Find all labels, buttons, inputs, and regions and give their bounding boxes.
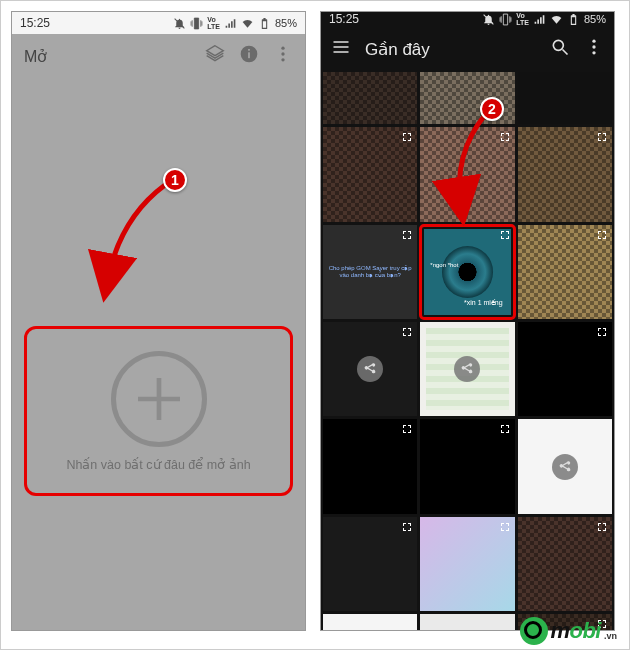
gallery-grid: Cho phép GOM Saver truy cập vào danh bạ … <box>321 72 614 631</box>
appbar: Gần đây <box>321 26 614 72</box>
share-icon <box>357 356 383 382</box>
search-icon[interactable] <box>550 37 570 61</box>
volte-label: VoLTE <box>207 16 220 30</box>
appbar-title: Gần đây <box>365 39 536 60</box>
battery-percent: 85% <box>275 17 297 29</box>
svg-point-4 <box>281 47 284 50</box>
share-icon <box>454 356 480 382</box>
expand-icon <box>499 521 511 533</box>
expand-icon <box>401 423 413 435</box>
battery-icon <box>567 13 580 26</box>
battery-percent: 85% <box>584 13 606 25</box>
vibrate-icon <box>499 13 512 26</box>
expand-icon <box>596 131 608 143</box>
svg-point-12 <box>592 51 595 54</box>
fish-bottom-caption: *xin 1 miếng <box>464 299 503 307</box>
fish-image <box>442 246 494 298</box>
svg-point-6 <box>281 58 284 61</box>
svg-line-9 <box>563 50 568 55</box>
vibrate-icon <box>190 17 203 30</box>
watermark-text-obi: obi <box>569 618 601 643</box>
gallery-thumb[interactable]: Trường Đại học Mở Hà Nội (Mẫu dành cho s… <box>420 614 514 631</box>
phone-left: 15:25 VoLTE 85% Mở <box>11 11 306 631</box>
status-bar: 15:25 VoLTE 85% <box>12 12 305 34</box>
gallery-thumb[interactable] <box>420 517 514 611</box>
overflow-menu-icon[interactable] <box>584 37 604 61</box>
gallery-thumb[interactable] <box>323 614 417 631</box>
gallery-thumb[interactable]: Cho phép GOM Saver truy cập vào danh bạ … <box>323 225 417 319</box>
gallery-thumb[interactable] <box>420 419 514 513</box>
gallery-thumb[interactable] <box>323 72 417 124</box>
callout-badge-2: 2 <box>480 97 504 121</box>
gallery-thumb-selected[interactable]: *ngon *hot *xin 1 miếng <box>420 225 514 319</box>
svg-point-5 <box>281 52 284 55</box>
expand-icon <box>596 229 608 241</box>
gallery-thumb[interactable] <box>518 72 612 124</box>
svg-rect-3 <box>248 49 250 51</box>
gallery-thumb[interactable] <box>323 419 417 513</box>
expand-icon <box>401 229 413 241</box>
signal-icon <box>533 13 546 26</box>
signal-icon <box>224 17 237 30</box>
overflow-menu-icon[interactable] <box>273 44 293 68</box>
gallery-thumb[interactable] <box>518 322 612 416</box>
svg-point-11 <box>592 45 595 48</box>
volte-label: VoLTE <box>516 12 529 26</box>
gallery-thumb[interactable] <box>518 517 612 611</box>
expand-icon <box>596 326 608 338</box>
appbar: Mở <box>12 34 305 78</box>
svg-rect-2 <box>248 52 250 58</box>
phone-right: 15:25 VoLTE 85% Gần đây <box>320 11 615 631</box>
watermark-suffix: .vn <box>604 631 617 641</box>
watermark-9mobi: mobi .vn <box>520 617 617 645</box>
bell-off-icon <box>173 17 186 30</box>
hamburger-icon[interactable] <box>331 37 351 61</box>
gallery-thumb[interactable] <box>518 419 612 513</box>
bell-off-icon <box>482 13 495 26</box>
expand-icon <box>596 521 608 533</box>
gallery-thumb[interactable] <box>323 517 417 611</box>
expand-icon <box>499 229 511 241</box>
status-bar: 15:25 VoLTE 85% <box>321 12 614 26</box>
layers-icon[interactable] <box>205 44 225 68</box>
gallery-thumb[interactable] <box>323 322 417 416</box>
open-image-area[interactable]: Nhấn vào bất cứ đâu để mở ảnh <box>24 326 293 496</box>
watermark-logo-icon <box>520 617 548 645</box>
thumb-text: Cho phép GOM Saver truy cập vào danh bạ … <box>327 265 413 279</box>
open-hint-text: Nhấn vào bất cứ đâu để mở ảnh <box>60 457 256 472</box>
appbar-title: Mở <box>24 47 205 66</box>
wifi-icon <box>550 13 563 26</box>
gallery-thumb[interactable] <box>518 127 612 221</box>
svg-point-8 <box>553 40 563 50</box>
wifi-icon <box>241 17 254 30</box>
expand-icon <box>401 521 413 533</box>
status-right: VoLTE 85% <box>173 16 297 30</box>
gallery-thumb[interactable] <box>420 127 514 221</box>
battery-icon <box>258 17 271 30</box>
svg-point-10 <box>592 40 595 43</box>
info-icon[interactable] <box>239 44 259 68</box>
gallery-thumb[interactable] <box>420 322 514 416</box>
gallery-thumb[interactable] <box>323 127 417 221</box>
expand-icon <box>401 131 413 143</box>
callout-badge-1: 1 <box>163 168 187 192</box>
status-time: 15:25 <box>329 12 359 26</box>
share-icon <box>552 454 578 480</box>
watermark-text-m: m <box>550 618 569 643</box>
add-icon <box>111 351 207 447</box>
expand-icon <box>499 423 511 435</box>
status-right: VoLTE 85% <box>482 12 606 26</box>
expand-icon <box>499 131 511 143</box>
status-time: 15:25 <box>20 16 50 30</box>
fish-top-caption: *ngon *hot <box>430 262 458 269</box>
gallery-thumb[interactable] <box>518 225 612 319</box>
expand-icon <box>401 326 413 338</box>
